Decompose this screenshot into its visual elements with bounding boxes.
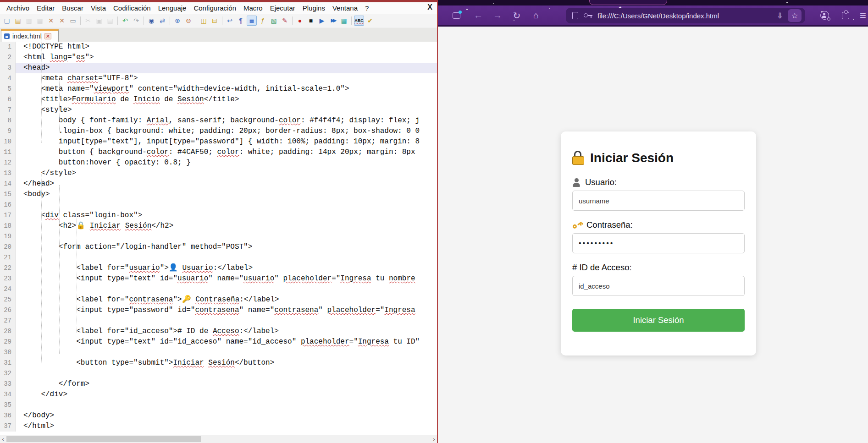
sidebar-toggle-icon[interactable]: [448, 5, 464, 25]
code-line-37[interactable]: 37</html>: [0, 421, 437, 432]
code-line-35[interactable]: 35: [0, 400, 437, 410]
open-file-icon[interactable]: ▤: [13, 16, 23, 26]
url-bar[interactable]: file:///C:/Users/GNet/Desktop/index.html…: [566, 8, 805, 23]
bookmark-star-icon[interactable]: ☆: [788, 9, 802, 22]
menu-hamburger-icon[interactable]: ≡: [856, 5, 868, 25]
code-line-10[interactable]: 10 input[type="text"], input[type="passw…: [0, 137, 437, 147]
menu-item-ejecutar[interactable]: Ejecutar: [266, 4, 299, 12]
menu-item-editar[interactable]: Editar: [33, 4, 58, 12]
forward-icon[interactable]: →: [489, 5, 506, 25]
tab-close-icon[interactable]: ✕: [44, 33, 51, 39]
sync-horizontal-icon[interactable]: ⊟: [210, 16, 220, 26]
code-line-24[interactable]: 24: [0, 284, 437, 295]
macro-stop-icon[interactable]: ■: [306, 16, 316, 26]
menu-item-help[interactable]: ?: [361, 4, 372, 12]
usuario-input[interactable]: [572, 191, 745, 211]
menu-item-ventana[interactable]: Ventana: [329, 4, 361, 12]
zoom-in-icon[interactable]: ⊕: [172, 16, 182, 26]
copy-icon[interactable]: ▣: [94, 16, 104, 26]
window-close-button[interactable]: X: [427, 3, 432, 11]
macro-record-icon[interactable]: ●: [295, 16, 305, 26]
extensions-icon[interactable]: [838, 5, 853, 25]
refresh-icon[interactable]: ↻: [509, 5, 525, 25]
code-line-16[interactable]: 16: [0, 200, 437, 210]
scroll-right-arrow[interactable]: ›: [431, 436, 437, 443]
code-line-30[interactable]: 30: [0, 347, 437, 358]
contrasena-input[interactable]: [572, 233, 745, 253]
url-text[interactable]: file:///C:/Users/GNet/Desktop/index.html: [597, 12, 777, 20]
indent-guide-icon[interactable]: ≣: [247, 16, 257, 26]
macro-run-multiple-icon[interactable]: ▶▶: [328, 16, 338, 26]
show-all-characters-icon[interactable]: ¶: [236, 16, 246, 26]
menu-item-vista[interactable]: Vista: [87, 4, 110, 12]
spell-check-icon[interactable]: ABC: [354, 16, 364, 26]
code-line-23[interactable]: 23 <input type="text" id="usuario" name=…: [0, 273, 437, 284]
scroll-left-arrow[interactable]: ‹: [0, 436, 6, 443]
menu-item-buscar[interactable]: Buscar: [58, 4, 87, 12]
spell-check-auto-icon[interactable]: ✔: [365, 16, 375, 26]
function-list-icon[interactable]: ƒ: [258, 16, 268, 26]
code-line-2[interactable]: 2<html lang="es">: [0, 52, 437, 63]
save-file-icon[interactable]: ▥: [24, 16, 34, 26]
find-icon[interactable]: ◉: [146, 16, 156, 26]
login-submit-button[interactable]: Iniciar Sesión: [572, 309, 745, 332]
code-line-22[interactable]: 22 <label for="usuario">👤 Usuario:</labe…: [0, 263, 437, 273]
code-line-31[interactable]: 31 <button type="submit">Iniciar Sesión<…: [0, 358, 437, 368]
key-permission-icon[interactable]: [584, 13, 593, 18]
code-line-20[interactable]: 20 <form action="/login-handler" method=…: [0, 242, 437, 252]
menu-item-plugins[interactable]: Plugins: [299, 4, 329, 12]
save-page-icon[interactable]: ⇩: [777, 11, 783, 21]
active-tab-outline[interactable]: [589, 0, 667, 5]
menu-item-configuración[interactable]: Configuración: [190, 4, 240, 12]
cut-icon[interactable]: ✂: [83, 16, 93, 26]
redo-icon[interactable]: ↷: [131, 16, 141, 26]
tab-index-html[interactable]: index.html ✕: [1, 29, 59, 42]
close-file-icon[interactable]: ✕: [46, 16, 56, 26]
print-icon[interactable]: ▭: [68, 16, 78, 26]
document-signature-icon[interactable]: ✎: [280, 16, 290, 26]
code-line-25[interactable]: 25 <label for="contrasena">🔑 Contraseña:…: [0, 295, 437, 305]
sync-vertical-icon[interactable]: ◫: [199, 16, 209, 26]
home-icon[interactable]: ⌂: [528, 5, 544, 25]
menu-item-macro[interactable]: Macro: [240, 4, 266, 12]
scrollbar-thumb[interactable]: [6, 436, 201, 442]
save-all-icon[interactable]: ▦: [35, 16, 45, 26]
code-line-17[interactable]: 17 <div class="login-box">: [0, 210, 437, 221]
code-line-19[interactable]: 19: [0, 231, 437, 242]
menu-item-archivo[interactable]: Archivo: [3, 4, 33, 12]
code-line-27[interactable]: 27: [0, 316, 437, 326]
code-line-9[interactable]: 9 .login-box { background: white; paddin…: [0, 126, 437, 137]
code-line-21[interactable]: 21: [0, 252, 437, 263]
word-wrap-icon[interactable]: ↩: [225, 16, 235, 26]
code-line-1[interactable]: 1<!DOCTYPE html>: [0, 42, 437, 52]
id_acceso-input[interactable]: [572, 276, 745, 296]
back-icon[interactable]: ←: [470, 5, 487, 25]
code-line-26[interactable]: 26 <input type="password" id="contrasena…: [0, 305, 437, 316]
code-line-36[interactable]: 36</body>: [0, 410, 437, 421]
code-line-4[interactable]: 4 <meta charset="UTF-8">: [0, 73, 437, 84]
code-line-11[interactable]: 11 button { background-color: #4CAF50; c…: [0, 147, 437, 158]
code-line-28[interactable]: 28 <label for="id_acceso"># ID de Acceso…: [0, 326, 437, 337]
zoom-out-icon[interactable]: ⊖: [183, 16, 194, 26]
macro-save-icon[interactable]: ▦: [339, 16, 349, 26]
menu-item-codificación[interactable]: Codificación: [110, 4, 155, 12]
code-line-6[interactable]: 6 <title>Formulario de Inicio de Sesión<…: [0, 94, 437, 105]
account-icon[interactable]: [817, 5, 832, 25]
code-line-7[interactable]: 7 <style>: [0, 105, 437, 115]
close-all-icon[interactable]: ✕: [57, 16, 67, 26]
macro-play-icon[interactable]: ▶: [317, 16, 327, 26]
code-line-12[interactable]: 12 button:hover { opacity: 0.8; }: [0, 158, 437, 168]
document-map-icon[interactable]: ▧: [269, 16, 279, 26]
code-line-13[interactable]: 13 </style>: [0, 168, 437, 179]
code-editor[interactable]: 1<!DOCTYPE html>2<html lang="es">3<head>…: [0, 42, 437, 435]
code-line-29[interactable]: 29 <input type="text" id="id_acceso" nam…: [0, 337, 437, 347]
undo-icon[interactable]: ↶: [120, 16, 130, 26]
code-line-5[interactable]: 5 <meta name="viewport" content="width=d…: [0, 84, 437, 94]
code-line-34[interactable]: 34 </div>: [0, 389, 437, 400]
menu-item-lenguaje[interactable]: Lenguaje: [155, 4, 190, 12]
code-line-18[interactable]: 18 <h2>🔒 Iniciar Sesión</h2>: [0, 221, 437, 231]
code-line-3[interactable]: 3<head>: [0, 63, 437, 73]
code-line-8[interactable]: 8 body { font-family: Arial, sans-serif;…: [0, 115, 437, 126]
code-line-32[interactable]: 32: [0, 368, 437, 379]
code-line-15[interactable]: 15<body>: [0, 189, 437, 200]
